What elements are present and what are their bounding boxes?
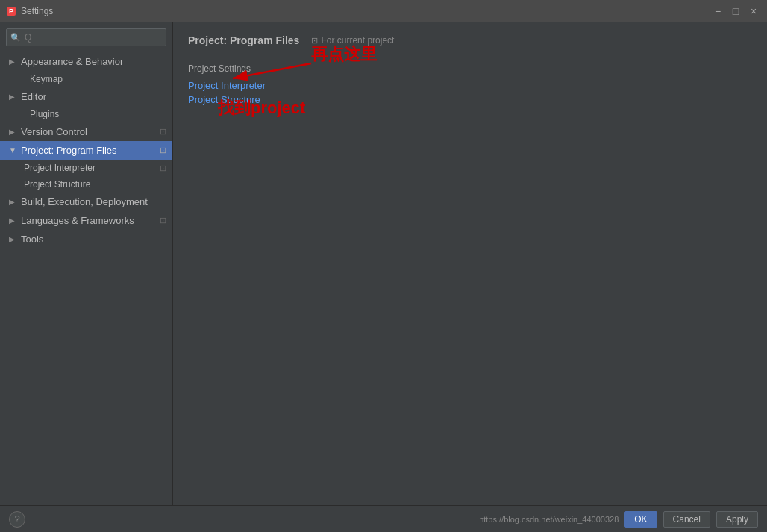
content-header: Project: Program Files ⊡ For current pro…	[188, 34, 752, 54]
expand-arrow: ▶	[9, 128, 18, 136]
sidebar-item-appearance[interactable]: ▶ Appearance & Behavior	[0, 52, 172, 71]
for-current-project-label: For current project	[321, 35, 394, 46]
url-label: https://blog.csdn.net/weixin_44000328	[479, 515, 619, 524]
project-structure-link[interactable]: Project Structure	[188, 94, 752, 105]
sidebar-item-tools[interactable]: ▶ Tools	[0, 230, 172, 248]
search-input[interactable]	[6, 28, 166, 46]
window-controls: − □ ×	[710, 4, 761, 19]
content-area: Project: Program Files ⊡ For current pro…	[173, 22, 767, 505]
app-icon: P	[6, 6, 16, 16]
sidebar-item-version-control[interactable]: ▶ Version Control ⊡	[0, 122, 172, 141]
search-box: 🔍	[6, 28, 166, 46]
sidebar-item-label: Build, Execution, Deployment	[21, 196, 148, 207]
maximize-button[interactable]: □	[728, 4, 743, 19]
expand-arrow: ▶	[9, 216, 18, 225]
cancel-button[interactable]: Cancel	[663, 511, 710, 528]
page-icon: ⊡	[160, 163, 166, 173]
minimize-button[interactable]: −	[710, 4, 725, 19]
sidebar-item-label: Project Structure	[24, 179, 90, 190]
project-settings-label: Project Settings	[188, 63, 752, 74]
sidebar-item-project-structure[interactable]: Project Structure	[0, 176, 172, 193]
project-interpreter-link[interactable]: Project Interpreter	[188, 80, 752, 91]
sidebar-item-label: Project Interpreter	[24, 163, 96, 173]
sidebar-item-label: Plugins	[30, 109, 59, 119]
page-icon: ⊡	[160, 145, 166, 155]
sidebar-item-keymap[interactable]: Keymap	[0, 71, 172, 87]
sidebar-item-label: Languages & Frameworks	[21, 215, 134, 226]
sidebar-item-build[interactable]: ▶ Build, Execution, Deployment	[0, 193, 172, 211]
expand-arrow: ▼	[9, 146, 18, 154]
current-project-icon: ⊡	[311, 36, 318, 46]
content-title: Project: Program Files	[188, 34, 299, 46]
sidebar-item-plugins[interactable]: Plugins	[0, 106, 172, 122]
sidebar-item-label: Appearance & Behavior	[21, 56, 123, 67]
help-button[interactable]: ?	[9, 511, 25, 528]
svg-text:P: P	[9, 7, 13, 15]
ok-button[interactable]: OK	[624, 511, 657, 528]
expand-arrow: ▶	[9, 235, 18, 243]
apply-button[interactable]: Apply	[716, 511, 758, 528]
close-button[interactable]: ×	[746, 4, 761, 19]
sidebar-item-label: Version Control	[21, 126, 87, 137]
window-title: Settings	[21, 6, 53, 16]
sidebar-item-label: Keymap	[30, 74, 63, 84]
title-bar: P Settings − □ ×	[0, 0, 767, 22]
title-bar-left: P Settings	[6, 6, 53, 16]
expand-arrow: ▶	[9, 57, 18, 66]
expand-arrow: ▶	[9, 198, 18, 206]
sidebar-item-label: Editor	[21, 91, 46, 102]
main-container: 🔍 ▶ Appearance & Behavior Keymap ▶ Edito…	[0, 22, 767, 505]
search-icon: 🔍	[10, 33, 21, 43]
for-current-project: ⊡ For current project	[311, 35, 394, 46]
sidebar-item-label: Project: Program Files	[21, 145, 117, 156]
bottom-bar: ? https://blog.csdn.net/weixin_44000328 …	[0, 505, 767, 532]
page-icon: ⊡	[160, 127, 166, 137]
sidebar-item-project-interpreter[interactable]: Project Interpreter ⊡	[0, 160, 172, 176]
sidebar-item-project[interactable]: ▼ Project: Program Files ⊡	[0, 141, 172, 160]
sidebar-item-editor[interactable]: ▶ Editor	[0, 87, 172, 106]
bottom-right: https://blog.csdn.net/weixin_44000328 OK…	[479, 511, 758, 528]
sidebar-item-languages[interactable]: ▶ Languages & Frameworks ⊡	[0, 211, 172, 230]
bottom-left: ?	[9, 511, 25, 528]
sidebar: 🔍 ▶ Appearance & Behavior Keymap ▶ Edito…	[0, 22, 173, 505]
page-icon: ⊡	[160, 216, 166, 225]
expand-arrow: ▶	[9, 93, 18, 101]
sidebar-item-label: Tools	[21, 234, 43, 245]
